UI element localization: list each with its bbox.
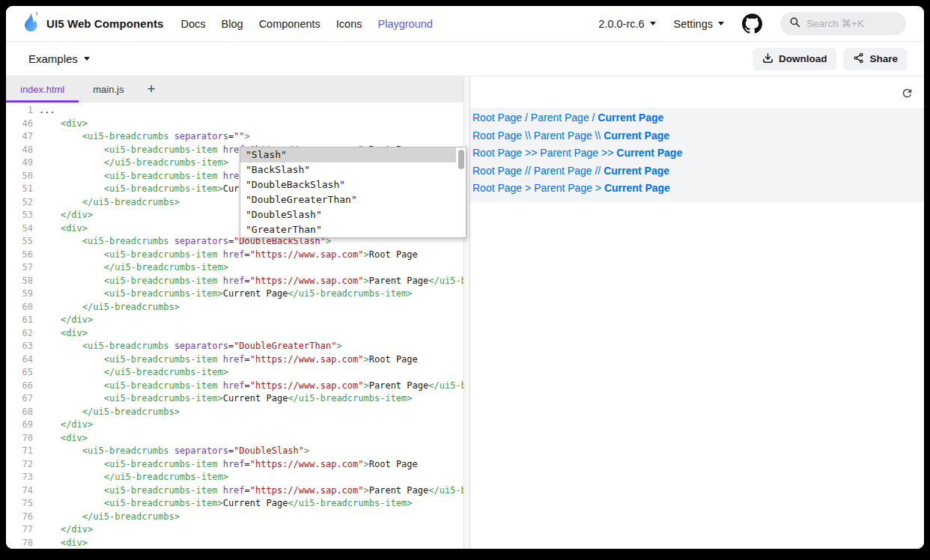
code-line-content: <div> [39, 118, 88, 131]
code-line[interactable]: 56 <ui5-breadcrumbs-item href="https://w… [6, 249, 464, 262]
code-line[interactable]: 70 <div> [6, 432, 464, 445]
autocomplete-item[interactable]: "DoubleBackSlash" [240, 177, 466, 192]
github-icon [742, 13, 762, 34]
editor-tab-main.js[interactable]: main.js [79, 76, 138, 103]
code-line-content: <div> [39, 327, 88, 341]
code-line[interactable]: 75 <ui5-breadcrumbs-item>Current Page</u… [6, 497, 464, 511]
code-line[interactable]: 1... [6, 104, 464, 118]
breadcrumb-separator: // [592, 165, 604, 177]
line-number: 74 [6, 484, 39, 498]
breadcrumb-current: Current Page [604, 182, 670, 194]
code-line[interactable]: 58 <ui5-breadcrumbs-item href="https://w… [6, 275, 464, 288]
github-link[interactable] [742, 13, 762, 34]
code-line[interactable]: 65 </ui5-breadcrumbs-item> [6, 366, 464, 380]
code-line[interactable]: 77 </div> [6, 523, 464, 537]
nav-item-blog[interactable]: Blog [222, 18, 243, 30]
autocomplete-dropdown: "Slash""BackSlash""DoubleBackSlash""Doub… [240, 147, 466, 238]
autocomplete-item[interactable]: "DoubleSlash" [240, 207, 466, 222]
code-line-content: <ui5-breadcrumbs-item href="https://www.… [39, 458, 418, 472]
header-actions: 2.0.0-rc.6 Settings [598, 12, 906, 35]
code-line[interactable]: 60 </ui5-breadcrumbs> [6, 301, 464, 314]
search-input[interactable] [806, 18, 889, 29]
breadcrumb-link[interactable]: Root Page [472, 182, 522, 194]
line-number: 68 [6, 406, 39, 419]
breadcrumb-link[interactable]: Parent Page [534, 130, 592, 141]
code-line[interactable]: 69 </div> [6, 419, 464, 432]
code-line[interactable]: 73 </ui5-breadcrumbs-item> [6, 471, 464, 484]
nav-item-components[interactable]: Components [259, 18, 320, 30]
nav-item-docs[interactable]: Docs [181, 18, 206, 30]
breadcrumb-separator: / [522, 112, 531, 124]
nav-item-playground[interactable]: Playground [378, 18, 433, 30]
line-number: 59 [6, 287, 39, 301]
breadcrumb-separator: // [522, 165, 534, 177]
code-line[interactable]: 59 <ui5-breadcrumbs-item>Current Page</u… [6, 287, 464, 301]
autocomplete-item[interactable]: "BackSlash" [240, 162, 466, 177]
line-number: 55 [6, 235, 39, 249]
line-number: 64 [6, 353, 39, 367]
breadcrumb-link[interactable]: Parent Page [540, 147, 598, 159]
code-line[interactable]: 61 </div> [6, 314, 464, 327]
nav-item-icons[interactable]: Icons [336, 18, 362, 30]
editor-tab-index.html[interactable]: index.html [6, 76, 79, 103]
autocomplete-item[interactable]: "DoubleGreaterThan" [240, 192, 466, 207]
code-line[interactable]: 76 </ui5-breadcrumbs> [6, 511, 464, 524]
version-dropdown[interactable]: 2.0.0-rc.6 [598, 18, 655, 30]
line-number: 57 [6, 261, 39, 275]
code-line[interactable]: 67 <ui5-breadcrumbs-item>Current Page</u… [6, 392, 464, 406]
breadcrumb-link[interactable]: Root Page [472, 147, 522, 159]
line-number: 76 [6, 511, 39, 524]
refresh-button[interactable] [899, 86, 915, 103]
breadcrumb-link[interactable]: Root Page [472, 165, 522, 177]
ui5-flame-logo-icon [22, 11, 40, 36]
autocomplete-scrollbar-thumb[interactable] [458, 150, 464, 169]
code-line-content: <ui5-breadcrumbs separators="DoubleGreat… [39, 340, 342, 353]
breadcrumb-link[interactable]: Parent Page [534, 165, 592, 177]
share-button[interactable]: Share [843, 48, 908, 70]
code-line-content: <ui5-breadcrumbs separators=""> [39, 130, 250, 144]
line-number: 46 [6, 118, 39, 131]
breadcrumb-link[interactable]: Parent Page [531, 112, 589, 124]
new-file-button[interactable]: + [138, 76, 164, 103]
line-number: 72 [6, 458, 39, 472]
download-button[interactable]: Download [753, 48, 837, 70]
breadcrumb-row: Root Page / Parent Page / Current Page [472, 109, 918, 127]
code-line[interactable]: 62 <div> [6, 327, 464, 341]
code-line[interactable]: 72 <ui5-breadcrumbs-item href="https://w… [6, 458, 464, 472]
preview-pane: Root Page / Parent Page / Current PageRo… [470, 76, 924, 549]
chevron-down-icon [650, 22, 656, 25]
autocomplete-item[interactable]: "GreaterThan" [240, 222, 466, 237]
chevron-down-icon [718, 22, 724, 25]
code-line-content: </div> [39, 523, 93, 537]
code-line[interactable]: 47 <ui5-breadcrumbs separators=""> [6, 130, 464, 144]
search-box[interactable] [780, 12, 906, 35]
line-number: 47 [6, 130, 39, 144]
line-number: 69 [6, 419, 39, 432]
code-line[interactable]: 78 <div> [6, 537, 464, 550]
line-number: 73 [6, 471, 39, 484]
autocomplete-item[interactable]: "Slash" [240, 147, 456, 162]
breadcrumb-link[interactable]: Root Page [472, 112, 522, 124]
code-line[interactable]: 63 <ui5-breadcrumbs separators="DoubleGr… [6, 340, 464, 353]
code-line[interactable]: 71 <ui5-breadcrumbs separators="DoubleSl… [6, 445, 464, 458]
code-line[interactable]: 74 <ui5-breadcrumbs-item href="https://w… [6, 484, 464, 498]
settings-dropdown[interactable]: Settings [674, 18, 724, 30]
brand[interactable]: UI5 Web Components [22, 11, 164, 36]
code-line[interactable]: 68 </ui5-breadcrumbs> [6, 406, 464, 419]
examples-menu-button[interactable]: Examples [28, 52, 90, 65]
breadcrumb-link[interactable]: Parent Page [534, 182, 592, 194]
line-number: 49 [6, 156, 39, 170]
line-number: 78 [6, 537, 39, 550]
code-line-content: <ui5-breadcrumbs-item>Current Page</ui5-… [39, 392, 413, 406]
breadcrumb-link[interactable]: Root Page [472, 130, 522, 141]
download-label: Download [779, 53, 827, 64]
line-number: 62 [6, 327, 39, 341]
code-line[interactable]: 66 <ui5-breadcrumbs-item href="https://w… [6, 380, 464, 393]
settings-label: Settings [674, 18, 713, 30]
code-line[interactable]: 46 <div> [6, 118, 464, 131]
line-number: 67 [6, 392, 39, 406]
code-line[interactable]: 64 <ui5-breadcrumbs-item href="https://w… [6, 353, 464, 367]
code-line[interactable]: 57 </ui5-breadcrumbs-item> [6, 261, 464, 275]
line-number: 1 [6, 104, 39, 118]
breadcrumb-current: Current Page [604, 165, 669, 177]
